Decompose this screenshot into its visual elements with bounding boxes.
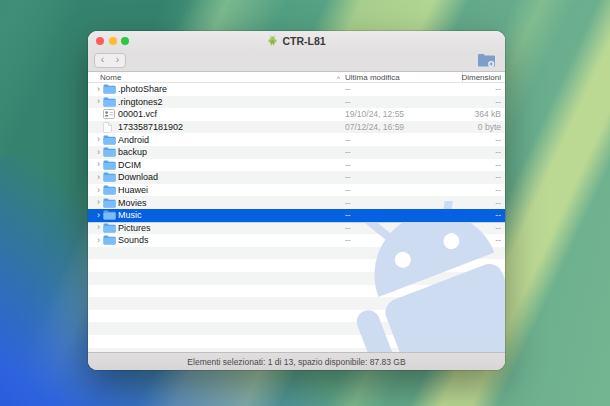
file-name-label: backup	[118, 147, 147, 157]
file-name-label: .ringtones2	[118, 97, 163, 107]
file-row-.photoShare[interactable]: ›	[88, 83, 505, 96]
disclosure-chevron-icon[interactable]: ›	[94, 198, 103, 207]
blank-file-icon	[103, 122, 118, 133]
navigation-control: ‹ ›	[94, 53, 126, 68]
file-size-label: --	[462, 198, 505, 208]
disclosure-chevron-icon[interactable]: ›	[94, 135, 103, 144]
folder-icon	[103, 185, 118, 195]
folder-icon	[103, 198, 118, 208]
file-name-label: Movies	[118, 198, 147, 208]
file-size-label: --	[462, 97, 505, 107]
column-header-modified[interactable]: Ultima modifica	[345, 73, 462, 82]
zoom-button[interactable]	[121, 37, 129, 45]
file-row-Movies[interactable]: ›	[88, 196, 505, 209]
folder-icon	[103, 223, 118, 233]
file-modified-label: --	[345, 198, 462, 208]
file-size-label: --	[462, 135, 505, 145]
file-name-label: Huawei	[118, 185, 148, 195]
file-name-label: Pictures	[118, 223, 151, 233]
title-bar[interactable]: CTR-L81	[88, 31, 505, 51]
file-modified-label: --	[345, 84, 462, 94]
file-size-label: --	[462, 160, 505, 170]
file-modified-label: --	[345, 210, 462, 220]
disclosure-chevron-icon[interactable]: ›	[94, 97, 103, 106]
file-transfer-window: CTR-L81 ‹ › Nome ^ Ultima modi	[88, 31, 505, 370]
file-name-label: .photoShare	[118, 84, 167, 94]
disclosure-chevron-icon[interactable]: ›	[94, 84, 103, 93]
file-list: ›	[88, 83, 505, 352]
file-size-label: --	[462, 147, 505, 157]
status-text: Elementi selezionati: 1 di 13, spazio di…	[187, 357, 405, 367]
file-row-Download[interactable]: ›	[88, 171, 505, 184]
file-modified-label: --	[345, 160, 462, 170]
disclosure-chevron-icon[interactable]: ›	[94, 235, 103, 244]
close-button[interactable]	[96, 37, 104, 45]
window-title: CTR-L81	[282, 35, 325, 47]
file-name-label: Android	[118, 135, 149, 145]
folder-icon	[103, 160, 118, 170]
file-modified-label: --	[345, 185, 462, 195]
status-bar: Elementi selezionati: 1 di 13, spazio di…	[88, 352, 505, 370]
file-name-label: DCIM	[118, 160, 141, 170]
disclosure-chevron-icon[interactable]: ›	[94, 210, 103, 219]
toolbar: ‹ ›	[88, 51, 505, 72]
disclosure-chevron-icon[interactable]: ›	[94, 147, 103, 156]
file-row-backup[interactable]: ›	[88, 146, 505, 159]
folder-icon	[103, 84, 118, 94]
folder-icon	[103, 135, 118, 145]
file-size-label: --	[462, 185, 505, 195]
file-row-Sounds[interactable]: ›	[88, 234, 505, 247]
new-folder-button[interactable]	[477, 53, 496, 68]
column-header-row: Nome ^ Ultima modifica Dimensioni	[88, 72, 505, 83]
column-header-name[interactable]: Nome ^	[88, 73, 345, 82]
disclosure-chevron-icon[interactable]: ›	[94, 223, 103, 232]
folder-icon	[103, 172, 118, 182]
sort-ascending-icon: ^	[337, 75, 340, 82]
folder-icon	[103, 147, 118, 157]
file-size-label: --	[462, 210, 505, 220]
file-size-label: --	[462, 84, 505, 94]
file-size-label: --	[462, 223, 505, 233]
forward-button[interactable]: ›	[114, 55, 121, 65]
folder-icon	[103, 210, 118, 220]
column-header-size[interactable]: Dimensioni	[462, 72, 505, 82]
file-modified-label: --	[345, 172, 462, 182]
file-row-1733587181902[interactable]: ›	[88, 121, 505, 134]
android-device-icon	[267, 35, 278, 48]
file-modified-label: --	[345, 97, 462, 107]
disclosure-chevron-icon[interactable]: ›	[94, 160, 103, 169]
back-button[interactable]: ‹	[99, 55, 106, 65]
disclosure-chevron-icon[interactable]: ›	[94, 185, 103, 194]
file-row-00001.vcf[interactable]: ›	[88, 108, 505, 121]
file-row-Huawei[interactable]: ›	[88, 184, 505, 197]
minimize-button[interactable]	[109, 37, 117, 45]
file-row-DCIM[interactable]: ›	[88, 159, 505, 172]
file-row-Pictures[interactable]: ›	[88, 222, 505, 235]
file-modified-label: --	[345, 223, 462, 233]
folder-icon	[103, 97, 118, 107]
vcard-icon	[103, 109, 118, 119]
file-size-label: --	[462, 235, 505, 245]
file-size-label: 364 kB	[462, 109, 505, 119]
file-size-label: 0 byte	[462, 122, 505, 132]
file-row-Android[interactable]: ›	[88, 133, 505, 146]
file-modified-label: 19/10/24, 12:55	[345, 109, 462, 119]
file-name-label: Sounds	[118, 235, 149, 245]
file-row-Music[interactable]: ›	[88, 209, 505, 222]
file-name-label: 1733587181902	[118, 122, 183, 132]
disclosure-chevron-icon[interactable]: ›	[94, 172, 103, 181]
file-name-label: 00001.vcf	[118, 109, 157, 119]
file-modified-label: --	[345, 135, 462, 145]
desktop-wallpaper: CTR-L81 ‹ › Nome ^ Ultima modi	[0, 0, 610, 406]
file-name-label: Music	[118, 210, 142, 220]
file-size-label: --	[462, 172, 505, 182]
file-modified-label: --	[345, 235, 462, 245]
folder-icon	[103, 235, 118, 245]
file-modified-label: --	[345, 147, 462, 157]
file-name-label: Download	[118, 172, 158, 182]
file-row-.ringtones2[interactable]: ›	[88, 96, 505, 109]
file-modified-label: 07/12/24, 16:59	[345, 122, 462, 132]
